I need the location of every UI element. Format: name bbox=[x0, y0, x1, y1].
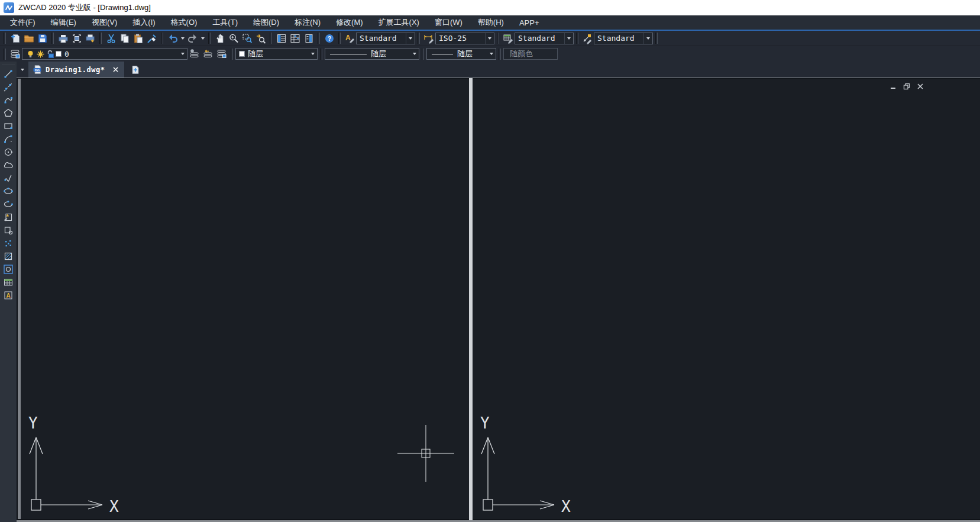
menu-file[interactable]: 文件(F) bbox=[2, 15, 43, 30]
toolbar-separator bbox=[422, 49, 424, 60]
layer-on-icon[interactable] bbox=[25, 50, 35, 59]
table-tool-button[interactable] bbox=[1, 276, 15, 289]
mleader-style-icon bbox=[581, 33, 594, 44]
make-object-layer-current-button[interactable] bbox=[187, 47, 201, 60]
viewport-right[interactable]: Y X bbox=[473, 79, 980, 519]
match-properties-button[interactable] bbox=[145, 32, 159, 45]
text-style-dropdown-button[interactable] bbox=[406, 33, 415, 44]
redo-button[interactable] bbox=[186, 32, 199, 45]
plot-button[interactable] bbox=[83, 32, 97, 45]
design-center-button[interactable] bbox=[288, 32, 302, 45]
menu-app-plus[interactable]: APP+ bbox=[512, 15, 547, 30]
layer-freeze-icon[interactable] bbox=[35, 50, 46, 59]
layer-properties-button[interactable] bbox=[8, 47, 22, 60]
redo-history-button[interactable] bbox=[199, 32, 206, 45]
menu-edit[interactable]: 编辑(E) bbox=[43, 15, 84, 30]
print-preview-button[interactable] bbox=[70, 32, 83, 45]
zoom-realtime-button[interactable] bbox=[227, 32, 240, 45]
print-preview-icon bbox=[71, 33, 83, 44]
minimize-button[interactable] bbox=[889, 82, 897, 90]
color-combo[interactable]: 随层 bbox=[235, 48, 318, 60]
menu-modify[interactable]: 修改(M) bbox=[328, 15, 371, 30]
dim-style-dropdown-button[interactable] bbox=[485, 33, 494, 44]
draw-toolbar-grip[interactable] bbox=[2, 64, 15, 65]
point-tool-button[interactable] bbox=[1, 237, 15, 250]
polyline-tool-button[interactable] bbox=[1, 94, 15, 107]
zoom-window-button[interactable] bbox=[240, 32, 254, 45]
copy-button[interactable] bbox=[118, 32, 131, 45]
paste-button[interactable] bbox=[131, 32, 145, 45]
lineweight-combo[interactable]: 随层 bbox=[426, 48, 496, 60]
restore-button[interactable] bbox=[903, 82, 911, 90]
viewport-left[interactable]: Y X bbox=[18, 79, 469, 519]
ellipse-tool-button[interactable] bbox=[1, 185, 15, 198]
spline-tool-button[interactable] bbox=[1, 172, 15, 185]
construction-line-tool-button[interactable] bbox=[1, 80, 15, 94]
cut-button[interactable] bbox=[104, 32, 118, 45]
table-style-icon bbox=[502, 33, 515, 44]
polygon-tool-button[interactable] bbox=[1, 107, 15, 120]
close-button[interactable] bbox=[916, 82, 924, 90]
region-tool-button[interactable] bbox=[1, 263, 15, 276]
lineweight-dropdown-button[interactable] bbox=[487, 49, 496, 59]
new-drawing-tab-button[interactable] bbox=[129, 64, 142, 76]
toolbar-grip[interactable] bbox=[4, 33, 6, 44]
table-style-dropdown-button[interactable] bbox=[564, 33, 573, 44]
mleader-style-combo[interactable]: Standard bbox=[594, 33, 653, 44]
tab-list-button[interactable] bbox=[18, 64, 27, 76]
toolbar-separator bbox=[338, 33, 341, 44]
circle-tool-button[interactable] bbox=[1, 146, 15, 159]
menu-tools[interactable]: 工具(T) bbox=[205, 15, 245, 30]
layer-previous-button[interactable] bbox=[201, 47, 215, 60]
table-style-combo[interactable]: Standard bbox=[515, 33, 574, 44]
menu-format[interactable]: 格式(O) bbox=[163, 15, 205, 30]
revision-cloud-tool-button[interactable] bbox=[1, 159, 15, 172]
open-file-button[interactable] bbox=[22, 32, 35, 45]
menu-dimension[interactable]: 标注(N) bbox=[287, 15, 328, 30]
toolbar-separator bbox=[99, 33, 102, 44]
menu-insert[interactable]: 插入(I) bbox=[125, 15, 163, 30]
new-file-icon bbox=[9, 33, 21, 44]
insert-block-tool-button[interactable] bbox=[1, 211, 15, 224]
tab-drawing1[interactable]: DWG Drawing1.dwg* bbox=[28, 62, 124, 78]
tab-close-button[interactable] bbox=[111, 65, 120, 75]
new-file-button[interactable] bbox=[8, 32, 22, 45]
undo-button[interactable] bbox=[166, 32, 179, 45]
make-block-tool-button[interactable] bbox=[1, 224, 15, 237]
mtext-tool-button[interactable]: A bbox=[1, 289, 15, 302]
hatch-tool-button[interactable] bbox=[1, 250, 15, 263]
mleader-style-dropdown-button[interactable] bbox=[643, 33, 652, 44]
color-dropdown-button[interactable] bbox=[308, 49, 317, 59]
current-color-swatch bbox=[239, 51, 245, 57]
undo-history-button[interactable] bbox=[179, 32, 186, 45]
menu-window[interactable]: 窗口(W) bbox=[427, 15, 470, 30]
properties-toolbar: 0 随层 随层 随层 随颜色 bbox=[0, 46, 980, 62]
menu-express-tools[interactable]: 扩展工具(X) bbox=[371, 15, 427, 30]
layer-dropdown-button[interactable] bbox=[178, 49, 187, 59]
print-button[interactable] bbox=[56, 32, 70, 45]
menu-help[interactable]: 帮助(H) bbox=[470, 15, 512, 30]
ellipse-arc-tool-button[interactable] bbox=[1, 198, 15, 211]
help-icon: ? bbox=[324, 33, 335, 44]
layer-lock-icon[interactable] bbox=[46, 50, 56, 59]
zoom-previous-button[interactable] bbox=[254, 32, 267, 45]
toolbar-grip[interactable] bbox=[4, 49, 6, 60]
properties-palette-button[interactable] bbox=[274, 32, 288, 45]
menu-draw[interactable]: 绘图(D) bbox=[245, 15, 287, 30]
text-style-combo[interactable]: Standard bbox=[356, 33, 415, 44]
linetype-dropdown-button[interactable] bbox=[410, 49, 419, 59]
toolbar-separator bbox=[320, 49, 322, 60]
help-button[interactable]: ? bbox=[322, 32, 336, 45]
tool-palettes-button[interactable] bbox=[302, 32, 315, 45]
line-tool-button[interactable] bbox=[1, 67, 15, 80]
menu-view[interactable]: 视图(V) bbox=[84, 15, 125, 30]
arc-tool-button[interactable] bbox=[1, 133, 15, 146]
rectangle-tool-button[interactable] bbox=[1, 120, 15, 133]
pan-button[interactable] bbox=[213, 32, 227, 45]
dim-style-combo[interactable]: ISO-25 bbox=[435, 33, 494, 44]
linetype-combo[interactable]: 随层 bbox=[325, 48, 419, 60]
layer-combo[interactable]: 0 bbox=[22, 48, 187, 60]
save-button[interactable] bbox=[35, 32, 49, 45]
linetype-sample bbox=[330, 54, 367, 54]
layer-states-button[interactable] bbox=[215, 47, 228, 60]
